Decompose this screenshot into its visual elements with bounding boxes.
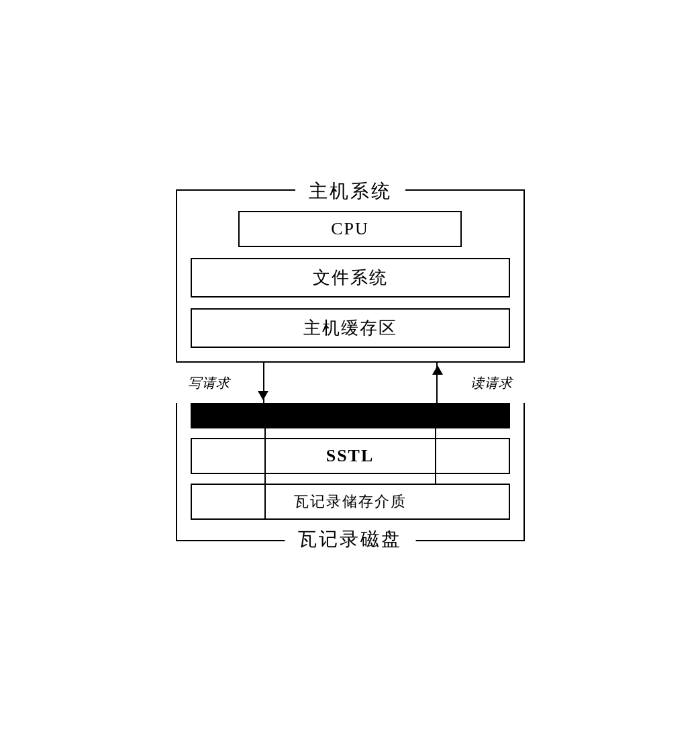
disk-left-line bbox=[264, 403, 266, 520]
host-system-box: 主机系统 CPU 文件系统 主机缓存区 bbox=[176, 189, 525, 363]
arrow-down-icon bbox=[258, 391, 268, 400]
disk-right-line bbox=[435, 403, 436, 485]
storage-box: 瓦记录储存介质 bbox=[191, 484, 510, 520]
arrow-up-icon bbox=[432, 365, 443, 375]
filesystem-box: 文件系统 bbox=[191, 258, 510, 298]
disk-system-title: 瓦记录磁盘 bbox=[285, 527, 415, 552]
cpu-box: CPU bbox=[238, 211, 462, 247]
disk-system-box: SSTL 瓦记录储存介质 瓦记录磁盘 bbox=[176, 403, 525, 541]
black-bar bbox=[191, 403, 510, 428]
host-system-title: 主机系统 bbox=[295, 179, 405, 204]
read-label: 读请求 bbox=[470, 373, 513, 392]
system-diagram: 主机系统 CPU 文件系统 主机缓存区 写请求 读请求 bbox=[176, 189, 525, 541]
disk-inner-content: SSTL 瓦记录储存介质 bbox=[191, 403, 510, 520]
hostbuffer-box: 主机缓存区 bbox=[191, 308, 510, 348]
transition-area: 写请求 读请求 bbox=[176, 363, 525, 403]
write-label: 写请求 bbox=[188, 373, 230, 392]
sstl-box: SSTL bbox=[191, 438, 510, 474]
